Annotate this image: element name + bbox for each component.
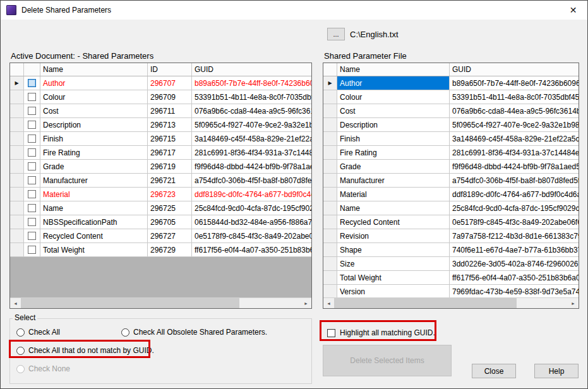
row-selector-cell[interactable] <box>10 90 24 104</box>
scroll-left-icon[interactable]: ◄ <box>323 298 334 308</box>
row-selector-cell[interactable] <box>10 104 24 117</box>
column-header-name[interactable]: Name <box>40 63 148 76</box>
checkbox-cell[interactable] <box>24 174 40 187</box>
row-checkbox[interactable] <box>28 107 36 115</box>
row-selector-cell[interactable] <box>323 146 337 159</box>
checkbox-cell[interactable] <box>24 160 40 173</box>
scroll-right-icon[interactable]: ► <box>301 298 311 308</box>
table-row[interactable]: Shape740f6e11-e67d-4ae7-b77a-61b36bb37bd… <box>323 243 579 257</box>
table-row[interactable]: Colour53391b51-4b11-4e8a-8c0f-7035dbf454… <box>323 90 579 104</box>
table-row[interactable]: Material296723ddf8189c-d0fc-4764-a677-bd… <box>10 188 311 201</box>
column-header-name[interactable]: Name <box>337 63 450 76</box>
row-selector-cell[interactable] <box>323 90 337 104</box>
table-row[interactable]: Recycled Content2967270e5178f9-c845-4f3c… <box>10 229 311 243</box>
help-button[interactable]: Help <box>534 364 579 378</box>
table-row[interactable]: Name25c84fcd-9cd0-4cfa-87dc-195cf9029c30 <box>323 201 579 215</box>
checkbox-cell[interactable] <box>24 118 40 131</box>
browse-button[interactable]: ... <box>327 28 345 40</box>
table-row[interactable]: Cost076a9b6c-cda8-44ea-a9c5-96fc3614bc28 <box>323 104 579 118</box>
row-checkbox[interactable] <box>28 246 36 254</box>
row-selector-cell[interactable] <box>323 257 337 270</box>
table-row[interactable]: Description5f0965c4-f927-407e-9ce2-9a32e… <box>323 118 579 132</box>
row-selector-cell[interactable] <box>10 146 24 159</box>
scrollbar-track[interactable] <box>21 298 301 308</box>
table-row[interactable]: Recycled Content0e5178f9-c845-4f3c-8a49-… <box>323 215 579 229</box>
table-row[interactable]: Finish3a148469-c45f-458a-829e-21ef22a5cf… <box>323 132 579 146</box>
checkbox-cell[interactable] <box>24 243 40 256</box>
row-selector-cell[interactable] <box>323 285 337 297</box>
horizontal-scrollbar[interactable]: ◄ ► <box>10 297 311 308</box>
row-selector-cell[interactable] <box>323 215 337 229</box>
row-selector-cell[interactable] <box>10 188 24 201</box>
column-header-guid[interactable]: GUID <box>450 63 579 76</box>
row-checkbox[interactable] <box>28 148 36 157</box>
scrollbar-thumb[interactable] <box>21 298 239 308</box>
checkbox-cell[interactable] <box>24 201 40 215</box>
checkbox-cell[interactable] <box>24 229 40 242</box>
row-selector-cell[interactable] <box>323 104 337 117</box>
row-checkbox[interactable] <box>28 121 36 129</box>
row-selector-cell[interactable] <box>323 160 337 173</box>
checkbox-cell[interactable] <box>24 215 40 229</box>
table-row[interactable]: Version7969fdac-473b-4e59-838f-9d73e5a74… <box>323 285 579 297</box>
checkbox-cell[interactable] <box>24 90 40 104</box>
radio-check-all-obsolete-shared-parameters[interactable]: Check All Obsolete Shared Parameters. <box>121 328 267 337</box>
row-checkbox[interactable] <box>28 218 36 226</box>
table-row[interactable]: Total Weightff617f56-e0f4-4a07-a350-251b… <box>323 271 579 285</box>
radio-check-all-that-do-not-match-by-guid[interactable]: Check All that do not match by GUID. <box>16 346 154 355</box>
table-row[interactable]: NBSSpecificationPath2967050615844d-bd32-… <box>10 215 311 229</box>
row-checkbox[interactable] <box>28 162 36 171</box>
scroll-right-icon[interactable]: ► <box>568 298 579 308</box>
row-selector-cell[interactable] <box>10 229 24 242</box>
radio-check-all[interactable]: Check All <box>16 328 60 337</box>
column-header-id[interactable]: ID <box>148 63 192 76</box>
row-selector-cell[interactable] <box>323 132 337 145</box>
highlight-matching-guid-checkbox[interactable]: Highlight all matching GUID. <box>327 328 435 337</box>
row-checkbox[interactable] <box>28 79 36 87</box>
table-row[interactable]: Manufacturer296721a754dfc0-306b-4f5f-ba8… <box>10 174 311 188</box>
table-row[interactable]: Cost296711076a9b6c-cda8-44ea-a9c5-96fc36… <box>10 104 311 118</box>
delete-selected-items-button[interactable]: Delete Selected Items <box>323 345 452 376</box>
close-button[interactable]: Close <box>472 364 516 378</box>
row-checkbox[interactable] <box>28 135 36 143</box>
checkbox-cell[interactable] <box>24 132 40 145</box>
column-header-guid[interactable]: GUID <box>192 63 311 76</box>
horizontal-scrollbar[interactable]: ◄ ► <box>323 297 579 308</box>
scrollbar-thumb[interactable] <box>334 298 517 308</box>
row-selector-cell[interactable]: ▶ <box>323 76 337 90</box>
table-row[interactable]: Materialddf8189c-d0fc-4764-a677-bd9f0c4d… <box>323 188 579 201</box>
table-row[interactable]: Fire Rating281c6991-8f36-4f34-931a-37c14… <box>323 146 579 160</box>
table-row[interactable]: ▶Author296707b89a650f-7b7e-44ff-8e0f-742… <box>10 76 311 90</box>
row-selector-cell[interactable]: ▶ <box>10 76 24 90</box>
row-selector-cell[interactable] <box>323 201 337 215</box>
row-selector-cell[interactable] <box>323 118 337 131</box>
row-selector-cell[interactable] <box>323 188 337 201</box>
row-checkbox[interactable] <box>28 176 36 184</box>
close-window-button[interactable]: ✕ <box>559 1 587 20</box>
row-selector-cell[interactable] <box>323 271 337 284</box>
row-selector-cell[interactable] <box>10 174 24 187</box>
scroll-left-icon[interactable]: ◄ <box>10 298 21 308</box>
table-row[interactable]: Total Weight296729ff617f56-e0f4-4a07-a35… <box>10 243 311 257</box>
table-row[interactable]: Finish2967153a148469-c45f-458a-829e-21ef… <box>10 132 311 146</box>
table-row[interactable]: Colour29670953391b51-4b11-4e8a-8c0f-7035… <box>10 90 311 104</box>
checkbox-cell[interactable] <box>24 104 40 117</box>
row-selector-cell[interactable] <box>10 215 24 229</box>
row-checkbox[interactable] <box>28 232 36 240</box>
row-selector-cell[interactable] <box>10 243 24 256</box>
table-row[interactable]: Fire Rating296717281c6991-8f36-4f34-931a… <box>10 146 311 160</box>
row-selector-cell[interactable] <box>10 201 24 215</box>
row-selector-cell[interactable] <box>323 229 337 242</box>
row-checkbox[interactable] <box>28 93 36 101</box>
table-row[interactable]: Size3dd0226e-3d05-402a-8746-f296002671e6 <box>323 257 579 271</box>
table-row[interactable]: ▶Authorb89a650f-7b7e-44ff-8e0f-74236b609… <box>323 76 579 90</box>
row-selector-cell[interactable] <box>323 174 337 187</box>
table-row[interactable]: Gradef9f96d48-dbbd-4424-bf9b-9f78a1aed5d… <box>323 160 579 174</box>
row-checkbox[interactable] <box>28 204 36 212</box>
row-selector-cell[interactable] <box>10 118 24 131</box>
table-row[interactable]: Revision7a97a758-f212-4b3d-8d1e-661383c7… <box>323 229 579 243</box>
table-row[interactable]: Grade296719f9f96d48-dbbd-4424-bf9b-9f78a… <box>10 160 311 174</box>
scrollbar-track[interactable] <box>334 298 568 308</box>
row-selector-cell[interactable] <box>10 160 24 173</box>
table-row[interactable]: Name29672525c84fcd-9cd0-4cfa-87dc-195cf9… <box>10 201 311 215</box>
